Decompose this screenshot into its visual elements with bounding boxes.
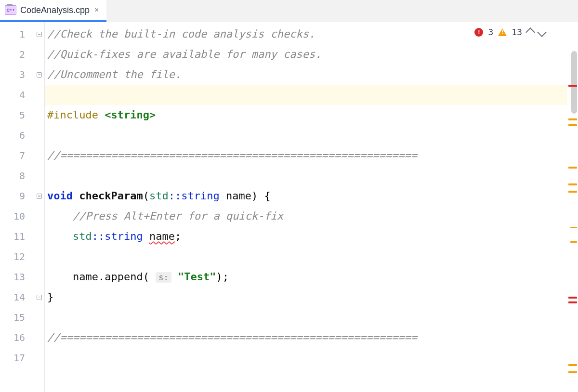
include-header: <string>: [105, 109, 156, 121]
code-content[interactable]: ! 3 13 //Check the built-in code analysi…: [45, 22, 567, 392]
warning-marker[interactable]: [568, 118, 577, 120]
line-number: 5: [0, 105, 34, 125]
code-line[interactable]: void checkParam(std::string name) {: [45, 186, 567, 206]
code-line[interactable]: //Uncomment the file.: [45, 65, 567, 85]
code-line[interactable]: //Quick-fixes are available for many cas…: [45, 44, 567, 65]
code-line-current[interactable]: [45, 85, 567, 105]
warning-marker[interactable]: [568, 183, 577, 185]
code-line[interactable]: //Press Alt+Enter for a quick-fix: [45, 206, 567, 226]
warning-marker[interactable]: [568, 167, 577, 169]
fold-toggle-icon[interactable]: [37, 194, 42, 199]
object-name: name: [73, 271, 98, 283]
warning-marker[interactable]: [570, 227, 577, 228]
line-number: 14: [0, 287, 34, 307]
line-number: 7: [0, 145, 34, 166]
line-number: 2: [0, 44, 34, 65]
fold-end-icon[interactable]: [37, 72, 42, 78]
code-line[interactable]: [45, 125, 567, 145]
fold-end-icon[interactable]: [37, 295, 42, 300]
separator-comment: //======================================…: [47, 331, 417, 343]
fold-toggle-icon[interactable]: [37, 32, 42, 37]
code-editor[interactable]: 1 2 3 4 5 6 7 8 9 10 11 12 13 14 15 16 1…: [0, 22, 578, 392]
line-number: 10: [0, 206, 34, 226]
fold-gutter: [34, 22, 45, 392]
code-line[interactable]: //======================================…: [45, 145, 567, 166]
error-marker[interactable]: [568, 85, 577, 87]
line-number: 1: [0, 24, 34, 44]
code-line[interactable]: //======================================…: [45, 327, 567, 348]
line-number: 9: [0, 186, 34, 206]
warning-marker[interactable]: [568, 124, 577, 126]
line-number: 16: [0, 327, 34, 348]
redeclared-variable: name: [149, 230, 175, 242]
namespace: std: [149, 190, 169, 202]
warning-marker[interactable]: [568, 371, 577, 373]
parameter-hint: s:: [156, 272, 171, 283]
code-line[interactable]: }: [45, 287, 567, 307]
preprocessor: #include: [47, 109, 105, 121]
method-name: append: [105, 271, 143, 283]
line-number: 3: [0, 65, 34, 85]
comment-text: //Quick-fixes are available for many cas…: [47, 48, 322, 60]
function-name: checkParam: [79, 190, 143, 202]
line-number-gutter: 1 2 3 4 5 6 7 8 9 10 11 12 13 14 15 16 1…: [0, 22, 34, 392]
warning-marker[interactable]: [568, 191, 577, 193]
tab-filename: CodeAnalysis.cpp: [20, 5, 90, 15]
line-number: 11: [0, 226, 34, 247]
editor-tab[interactable]: C++ CodeAnalysis.cpp ×: [0, 0, 106, 22]
line-number: 6: [0, 125, 34, 145]
scrollbar-thumb[interactable]: [571, 51, 577, 114]
line-number: 4: [0, 85, 34, 105]
code-line[interactable]: #include <string>: [45, 105, 567, 125]
code-line[interactable]: [45, 166, 567, 186]
warning-marker[interactable]: [568, 364, 577, 366]
error-marker[interactable]: [568, 301, 577, 303]
error-marker[interactable]: [568, 297, 577, 299]
comment-text: //Uncomment the file.: [47, 68, 181, 80]
type-name: string: [105, 230, 143, 242]
cpp-file-icon: C++: [5, 5, 16, 15]
code-line[interactable]: [45, 307, 567, 327]
editor-window: C++ CodeAnalysis.cpp × 1 2 3 4 5 6 7 8 9…: [0, 0, 578, 392]
code-line[interactable]: //Check the built-in code analysis check…: [45, 24, 567, 44]
line-number: 8: [0, 166, 34, 186]
code-line[interactable]: name.append( s: "Test");: [45, 267, 567, 287]
line-number: 17: [0, 348, 34, 368]
type-name: string: [181, 190, 219, 202]
tab-bar: C++ CodeAnalysis.cpp ×: [0, 0, 578, 22]
string-literal: "Test": [178, 271, 216, 283]
code-line[interactable]: [45, 348, 567, 368]
param-name: name: [226, 190, 251, 202]
error-stripe[interactable]: [567, 22, 578, 392]
code-line[interactable]: [45, 247, 567, 267]
namespace: std: [73, 230, 92, 242]
close-tab-button[interactable]: ×: [93, 5, 100, 15]
comment-text: //Press Alt+Enter for a quick-fix: [73, 210, 283, 222]
keyword-void: void: [47, 190, 73, 202]
code-line[interactable]: std::string name;: [45, 226, 567, 247]
warning-marker[interactable]: [570, 241, 577, 243]
line-number: 13: [0, 267, 34, 287]
line-number: 15: [0, 307, 34, 327]
comment-text: //Check the built-in code analysis check…: [47, 28, 315, 40]
line-number: 12: [0, 247, 34, 267]
separator-comment: //======================================…: [47, 149, 417, 161]
